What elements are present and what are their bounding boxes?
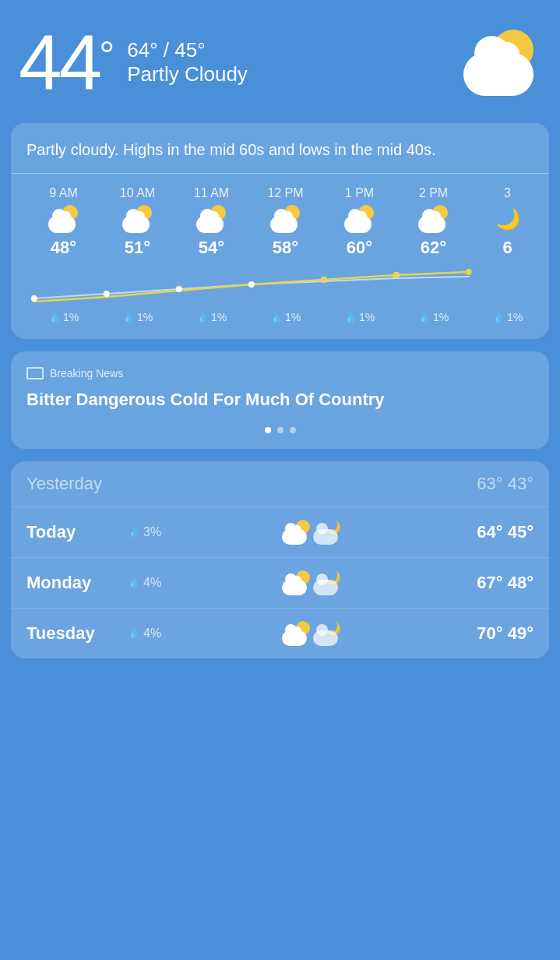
hourly-forecast-card[interactable]: Partly cloudy. Highs in the mid 60s and …	[11, 123, 549, 339]
hour-label: 12 PM	[267, 186, 303, 200]
precip-percent: 4%	[143, 576, 161, 590]
hour-label: 11 AM	[194, 186, 229, 200]
partly-cloudy-icon-large	[463, 30, 541, 96]
drop-icon: 💧	[418, 312, 431, 323]
hour-item-12pm: 12 PM 58°	[248, 186, 322, 258]
day-icon	[282, 520, 310, 545]
svg-point-7	[393, 272, 400, 278]
breaking-news-card[interactable]: Breaking News Bitter Dangerous Cold For …	[11, 351, 549, 449]
tuesday-high: 70°	[477, 623, 502, 643]
news-headline: Bitter Dangerous Cold For Much Of Countr…	[26, 389, 534, 411]
dot-2[interactable]	[277, 427, 284, 433]
daily-forecast-card[interactable]: Yesterday 63° 43° Today 💧 3% 🌙 64° 45°	[11, 461, 549, 658]
dot-1[interactable]	[265, 427, 271, 433]
drop-icon: 💧	[492, 312, 505, 323]
today-low: 45°	[508, 522, 534, 542]
day-icon	[282, 621, 310, 646]
day-label-yesterday: Yesterday	[26, 474, 128, 494]
drop-icon: 💧	[196, 312, 209, 323]
day-label-tuesday: Tuesday	[26, 623, 128, 644]
temperature-graph	[26, 261, 534, 308]
monday-precip: 💧 4%	[128, 576, 182, 590]
weather-header: 44° 64° / 45° Partly Cloudy	[0, 0, 560, 117]
svg-point-1	[104, 291, 110, 297]
yesterday-high: 63°	[477, 474, 502, 493]
drop-icon: 💧	[270, 312, 283, 323]
hour-icon	[270, 205, 301, 233]
precip-value: 1%	[137, 311, 153, 323]
drop-icon: 💧	[344, 312, 357, 323]
precip-item: 💧 1%	[470, 311, 544, 323]
hour-label: 10 AM	[120, 186, 155, 200]
hour-icon	[48, 205, 79, 233]
forecast-description: Partly cloudy. Highs in the mid 60s and …	[26, 139, 534, 161]
monday-icons: 🌙	[182, 570, 440, 595]
current-temperature: 44°	[19, 23, 111, 101]
header-weather-icon	[463, 30, 541, 96]
carousel-dots	[26, 427, 534, 433]
precip-value: 1%	[433, 311, 449, 323]
daily-row-monday[interactable]: Monday 💧 4% 🌙 67° 48°	[11, 558, 549, 609]
breaking-news-label: Breaking News	[26, 367, 534, 379]
precip-item: 💧 1%	[174, 311, 248, 323]
hour-icon	[344, 205, 375, 233]
today-temps: 64° 45°	[440, 522, 534, 542]
daily-row-tuesday[interactable]: Tuesday 💧 4% 🌙 70° 49°	[11, 609, 549, 658]
temp-value: 44	[19, 19, 99, 106]
hour-label: 9 AM	[49, 186, 77, 200]
night-icon: 🌙	[313, 520, 341, 545]
drop-icon: 💧	[122, 312, 135, 323]
tuesday-precip: 💧 4%	[128, 626, 182, 641]
today-high: 64°	[477, 522, 502, 542]
today-icons: 🌙	[182, 520, 440, 545]
hour-icon	[196, 205, 227, 233]
tuesday-temps: 70° 49°	[440, 623, 534, 644]
hour-temp: 62°	[421, 238, 446, 258]
daily-row-today[interactable]: Today 💧 3% 🌙 64° 45°	[11, 507, 549, 558]
svg-point-3	[248, 281, 255, 288]
hour-item-2pm: 2 PM 62°	[396, 186, 470, 258]
dot-3[interactable]	[290, 427, 296, 433]
high-temp: 64°	[127, 38, 157, 62]
precip-item: 💧 1%	[396, 311, 470, 323]
hour-item-1pm: 1 PM 60°	[322, 186, 396, 258]
yesterday-low: 43°	[508, 474, 534, 493]
day-label-monday: Monday	[26, 573, 128, 593]
today-precip: 💧 3%	[128, 525, 182, 539]
tv-icon	[26, 367, 44, 379]
hour-temp: 48°	[51, 238, 76, 258]
precip-item: 💧 1%	[26, 311, 100, 323]
hour-temp: 60°	[347, 238, 372, 258]
high-low-display: 64° / 45°	[127, 38, 448, 62]
hour-item-10am: 10 AM 51°	[100, 186, 174, 258]
hour-item-9am: 9 AM 48°	[26, 186, 100, 258]
tuesday-icons: 🌙	[182, 621, 440, 646]
yesterday-temps: 63° 43°	[440, 474, 534, 494]
hour-temp: 6	[502, 238, 512, 258]
precip-item: 💧 1%	[248, 311, 322, 323]
monday-low: 48°	[508, 573, 534, 592]
hour-icon	[418, 205, 449, 233]
precip-value: 1%	[359, 311, 375, 323]
temp-separator: /	[164, 38, 169, 62]
low-temp: 45°	[174, 38, 205, 62]
daily-row-yesterday: Yesterday 63° 43°	[11, 461, 549, 507]
svg-point-6	[321, 277, 327, 283]
crescent-icon: 🌙	[494, 205, 522, 233]
night-icon: 🌙	[313, 621, 341, 646]
hour-label: 2 PM	[419, 186, 448, 200]
precip-value: 1%	[63, 311, 79, 323]
precip-item: 💧 1%	[322, 311, 396, 323]
precip-value: 1%	[285, 311, 301, 323]
precip-item: 💧 1%	[100, 311, 174, 323]
precip-value: 1%	[211, 311, 227, 323]
day-icon	[282, 570, 310, 595]
hour-item-11am: 11 AM 54°	[174, 186, 248, 258]
hour-temp: 51°	[125, 238, 150, 258]
precipitation-row: 💧 1% 💧 1% 💧 1% 💧 1% 💧 1% 💧 1% 💧 1%	[26, 311, 534, 323]
degree-symbol: °	[99, 36, 111, 75]
night-icon: 🌙	[313, 570, 341, 595]
hour-temp: 58°	[273, 238, 298, 258]
cloud-icon	[463, 53, 534, 96]
day-label-today: Today	[26, 522, 128, 542]
